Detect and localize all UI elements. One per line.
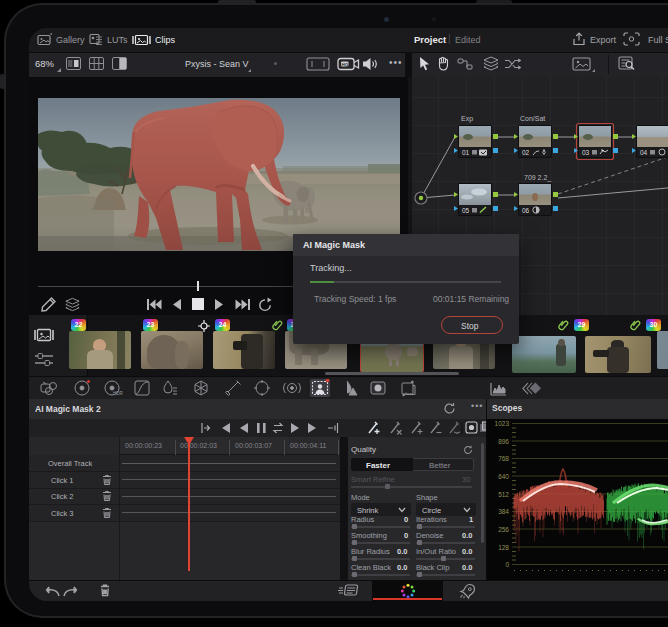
svg-text:0: 0 bbox=[505, 561, 509, 568]
svg-text:1023: 1023 bbox=[495, 420, 510, 427]
svg-text:05: 05 bbox=[462, 207, 470, 214]
svg-text:04: 04 bbox=[640, 149, 648, 156]
svg-text:Exp: Exp bbox=[461, 115, 473, 123]
svg-text:896: 896 bbox=[498, 438, 509, 445]
svg-text:Con/Sat: Con/Sat bbox=[520, 115, 545, 122]
svg-text:512: 512 bbox=[498, 491, 509, 498]
svg-text:709 2.2_: 709 2.2_ bbox=[524, 174, 551, 182]
svg-text:HQ: HQ bbox=[342, 62, 349, 67]
svg-text:640: 640 bbox=[498, 473, 509, 480]
svg-text:HDR: HDR bbox=[113, 391, 123, 396]
svg-text:768: 768 bbox=[498, 455, 509, 462]
svg-text:02: 02 bbox=[522, 149, 530, 156]
svg-text:06: 06 bbox=[522, 207, 530, 214]
svg-text:128: 128 bbox=[498, 544, 509, 551]
svg-text:03: 03 bbox=[582, 149, 590, 156]
svg-text:256: 256 bbox=[498, 526, 509, 533]
svg-text:01: 01 bbox=[462, 149, 470, 156]
svg-text:384: 384 bbox=[498, 508, 509, 515]
